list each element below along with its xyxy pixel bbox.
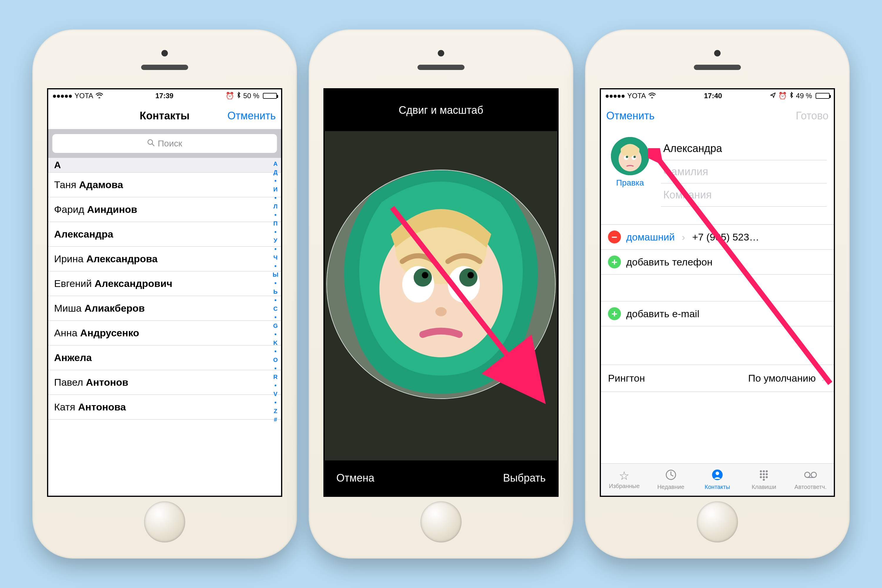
search-input[interactable]: Поиск xyxy=(52,134,277,153)
index-letter[interactable]: Ч xyxy=(273,254,278,261)
contact-row[interactable]: Ирина Александрова xyxy=(48,247,281,272)
svg-point-6 xyxy=(414,268,432,286)
index-letter[interactable]: • xyxy=(274,178,276,184)
phone-row[interactable]: − домашний › +7 (905) 523… xyxy=(601,225,834,250)
contact-row[interactable]: Александра xyxy=(48,222,281,247)
index-letter[interactable]: • xyxy=(274,280,276,286)
index-letter[interactable]: • xyxy=(274,331,276,338)
index-letter[interactable]: R xyxy=(273,374,278,380)
index-letter[interactable]: V xyxy=(273,391,277,398)
nav-title: Контакты xyxy=(140,110,190,122)
phone-type[interactable]: домашний xyxy=(626,231,675,243)
index-letter[interactable]: • xyxy=(274,382,276,389)
ringtone-row[interactable]: Рингтон По умолчанию › xyxy=(601,364,834,392)
index-letter[interactable]: Z xyxy=(274,408,277,414)
choose-button[interactable]: Выбрать xyxy=(503,472,546,484)
index-letter[interactable]: • xyxy=(274,348,276,355)
edit-header: Правка Александра Фамилия Компания xyxy=(601,129,834,207)
home-button[interactable] xyxy=(144,501,185,542)
svg-point-27 xyxy=(760,476,762,478)
search-placeholder: Поиск xyxy=(158,138,182,148)
index-letter[interactable]: • xyxy=(274,195,276,201)
wifi-icon xyxy=(96,92,103,100)
tab-favorites[interactable]: ☆ Избранные xyxy=(601,464,647,496)
index-letter[interactable]: И xyxy=(273,186,278,193)
contact-row[interactable]: Катя Антонова xyxy=(48,395,281,420)
index-letter[interactable]: # xyxy=(274,416,277,423)
index-letter[interactable]: • xyxy=(274,229,276,236)
contact-icon xyxy=(711,469,723,483)
svg-line-1 xyxy=(152,144,154,146)
cancel-button[interactable]: Отмена xyxy=(336,472,374,484)
first-name-field[interactable]: Александра xyxy=(661,137,827,160)
svg-point-22 xyxy=(763,470,765,472)
svg-point-24 xyxy=(760,473,762,476)
company-field[interactable]: Компания xyxy=(661,183,827,207)
index-letter[interactable]: Л xyxy=(273,203,278,210)
index-letter[interactable]: • xyxy=(274,365,276,372)
home-button[interactable] xyxy=(697,501,738,542)
tab-voicemail[interactable]: Автоответч. xyxy=(788,464,834,496)
nav-bar: Отменить Готово xyxy=(601,102,834,129)
index-letter[interactable]: Ь xyxy=(273,288,278,295)
add-icon[interactable]: + xyxy=(608,255,621,268)
index-letter[interactable]: • xyxy=(274,297,276,304)
edit-contact-screen: ●●●●● YOTA 17:40 ⏰ 49 % xyxy=(600,88,835,497)
photo-crop-area[interactable] xyxy=(325,131,557,460)
index-letter[interactable]: У xyxy=(274,237,277,244)
index-letter[interactable]: O xyxy=(273,357,278,363)
voicemail-icon xyxy=(804,469,818,483)
index-letter[interactable]: Ы xyxy=(273,272,278,278)
home-button[interactable] xyxy=(420,501,462,542)
clock: 17:40 xyxy=(704,92,722,100)
svg-point-26 xyxy=(766,473,768,476)
index-letter[interactable]: • xyxy=(274,314,276,321)
contact-row[interactable]: Павел Антонов xyxy=(48,370,281,395)
index-letter[interactable]: • xyxy=(274,399,276,406)
email-group: + добавить e-mail xyxy=(601,301,834,326)
add-email-row[interactable]: + добавить e-mail xyxy=(601,302,834,326)
phone-value[interactable]: +7 (905) 523… xyxy=(692,231,827,243)
contact-row[interactable]: Фарид Аиндинов xyxy=(48,197,281,222)
phone-camera xyxy=(161,50,168,57)
battery-percent: 50 % xyxy=(243,92,259,100)
svg-point-9 xyxy=(468,272,474,278)
contact-row[interactable]: Таня Адамова xyxy=(48,172,281,197)
tab-contacts[interactable]: Контакты xyxy=(694,464,741,496)
index-letter[interactable]: Д xyxy=(273,169,278,176)
cancel-button[interactable]: Отменить xyxy=(228,110,276,122)
clock-icon xyxy=(665,469,677,483)
svg-point-7 xyxy=(459,268,477,286)
wifi-icon xyxy=(648,92,656,100)
cancel-button[interactable]: Отменить xyxy=(606,110,655,122)
phone-group: − домашний › +7 (905) 523… + добавить те… xyxy=(601,224,834,274)
index-rail[interactable]: АД•И•Л•П•У•Ч•Ы•Ь•C•G•K•O•R•V•Z# xyxy=(271,158,280,496)
index-letter[interactable]: • xyxy=(274,212,276,219)
contact-list[interactable]: А Таня АдамоваФарид АиндиновАлександраИр… xyxy=(48,158,281,496)
signal-icon: ●●●●● xyxy=(52,92,72,100)
remove-icon[interactable]: − xyxy=(608,231,621,243)
add-icon[interactable]: + xyxy=(608,307,621,320)
avatar[interactable] xyxy=(611,137,649,175)
status-bar: ●●●●● YOTA 17:40 ⏰ 49 % xyxy=(601,89,834,102)
search-wrap: Поиск xyxy=(48,129,281,158)
tab-keypad[interactable]: Клавиши xyxy=(741,464,787,496)
index-letter[interactable]: П xyxy=(273,220,278,227)
last-name-field[interactable]: Фамилия xyxy=(661,160,827,183)
done-button[interactable]: Готово xyxy=(796,110,828,122)
edit-photo-link[interactable]: Правка xyxy=(616,178,644,188)
index-letter[interactable]: • xyxy=(274,263,276,270)
add-phone-row[interactable]: + добавить телефон xyxy=(601,250,834,274)
index-letter[interactable]: • xyxy=(274,246,276,252)
index-letter[interactable]: G xyxy=(273,322,278,329)
contact-row[interactable]: Анжела xyxy=(48,345,281,370)
svg-point-30 xyxy=(763,479,765,481)
index-letter[interactable]: C xyxy=(273,306,278,312)
contact-row[interactable]: Евгений Александрович xyxy=(48,272,281,296)
svg-point-32 xyxy=(811,472,816,477)
tab-recents[interactable]: Недавние xyxy=(647,464,694,496)
contact-row[interactable]: Анна Андрусенко xyxy=(48,321,281,345)
contact-row[interactable]: Миша Алиакберов xyxy=(48,296,281,321)
index-letter[interactable]: А xyxy=(273,160,278,167)
index-letter[interactable]: K xyxy=(273,340,278,346)
